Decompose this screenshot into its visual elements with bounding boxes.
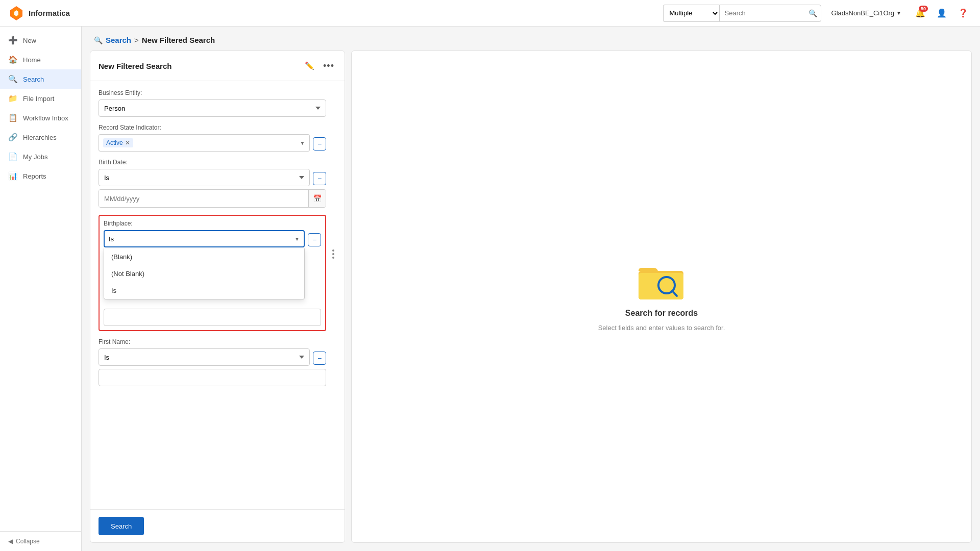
sidebar-item-search[interactable]: 🔍 Search [0, 69, 81, 89]
filter-header: New Filtered Search ✏️ ••• [90, 51, 345, 81]
calendar-icon-btn[interactable]: 📅 [308, 190, 326, 207]
birthplace-operator-row: Is ▼ (Blank) (Not Blank) Is [104, 230, 321, 247]
org-selector[interactable]: GladsNonBE_Ci1Org ▼ [827, 7, 905, 19]
search-scope-select[interactable]: Multiple [663, 5, 719, 22]
sidebar-item-my-jobs[interactable]: 📄 My Jobs [0, 147, 81, 166]
edit-button[interactable]: ✏️ [302, 58, 317, 73]
sidebar-item-hierarchies[interactable]: 🔗 Hierarchies [0, 128, 81, 147]
breadcrumb-search-icon: 🔍 [94, 36, 103, 44]
main-layout: ➕ New 🏠 Home 🔍 Search 📁 File Import 📋 Wo… [0, 27, 980, 551]
sidebar-item-label-home: Home [23, 56, 41, 64]
reports-icon: 📊 [8, 171, 18, 181]
user-profile-button[interactable]: 👤 [933, 5, 950, 22]
logo-icon [8, 5, 24, 21]
record-state-select-wrapper: Active ✕ ▼ [99, 134, 310, 152]
birth-date-remove-btn[interactable]: − [313, 172, 326, 185]
results-empty-title: Search for records [625, 309, 698, 318]
search-button[interactable]: Search [99, 517, 144, 535]
row-actions-column [330, 89, 336, 501]
first-name-label: First Name: [99, 338, 326, 345]
record-state-remove-btn[interactable]: − [313, 137, 326, 151]
first-name-remove-btn[interactable]: − [313, 352, 326, 365]
breadcrumb-link[interactable]: Search [106, 36, 131, 44]
birth-date-label: Birth Date: [99, 159, 326, 166]
first-name-input[interactable] [99, 369, 326, 386]
topnav-icons: 🔔 50 👤 ❓ [912, 5, 972, 22]
filter-header-actions: ✏️ ••• [302, 58, 336, 73]
new-icon: ➕ [8, 36, 18, 45]
birth-date-value-row: 📅 [99, 189, 326, 208]
file-import-icon: 📁 [8, 94, 18, 103]
first-name-field-group: First Name: Is − [99, 338, 326, 386]
birthplace-operator-value: Is [109, 235, 295, 243]
record-state-row: Active ✕ ▼ − [99, 134, 326, 152]
sidebar-collapse[interactable]: ◀ Collapse [0, 531, 81, 551]
topnav-search-icon: 🔍 [808, 9, 817, 17]
panels: New Filtered Search ✏️ ••• [82, 51, 980, 551]
birthplace-label: Birthplace: [104, 220, 321, 227]
filter-body: Business Entity: Person Record State Ind… [90, 81, 345, 509]
topnav-search-input[interactable] [719, 5, 821, 22]
dot-1 [332, 249, 334, 252]
birth-date-operator-select[interactable]: Is [99, 169, 310, 186]
sidebar-item-file-import[interactable]: 📁 File Import [0, 89, 81, 108]
first-name-operator-select[interactable]: Is [99, 348, 310, 366]
user-icon: 👤 [937, 8, 947, 18]
notifications-button[interactable]: 🔔 50 [912, 5, 929, 22]
record-state-field-group: Record State Indicator: Active ✕ [99, 124, 326, 152]
chevron-left-icon: ◀ [8, 538, 13, 545]
topnav-search-group: Multiple 🔍 [663, 5, 821, 22]
minus-icon-2: − [317, 174, 322, 183]
sidebar-item-reports[interactable]: 📊 Reports [0, 166, 81, 186]
dropdown-item-not-blank[interactable]: (Not Blank) [104, 265, 304, 282]
business-entity-label: Business Entity: [99, 89, 326, 96]
birth-date-operator-row: Is − [99, 169, 326, 186]
business-entity-select[interactable]: Person [99, 99, 326, 117]
search-icon: 🔍 [8, 74, 18, 84]
sidebar-item-new[interactable]: ➕ New [0, 31, 81, 50]
first-name-operator-row: Is − [99, 348, 326, 366]
birthplace-input[interactable] [104, 309, 321, 326]
sidebar-item-label-new: New [23, 37, 36, 44]
filter-footer: Search [90, 509, 345, 542]
birthplace-operator-display[interactable]: Is ▼ [104, 230, 305, 247]
content-area: 🔍 Search > New Filtered Search New Filte… [82, 27, 980, 551]
minus-icon-3: − [312, 236, 316, 244]
sidebar: ➕ New 🏠 Home 🔍 Search 📁 File Import 📋 Wo… [0, 27, 82, 551]
minus-icon: − [317, 140, 322, 148]
sidebar-item-home[interactable]: 🏠 Home [0, 50, 81, 69]
dropdown-item-is[interactable]: Is [104, 282, 304, 299]
collapse-label: Collapse [16, 538, 40, 545]
vertical-dots-menu[interactable] [330, 247, 336, 261]
help-icon: ❓ [958, 8, 968, 18]
logo-text: Informatica [29, 9, 70, 17]
active-tag-remove[interactable]: ✕ [125, 139, 130, 146]
more-icon: ••• [323, 61, 334, 71]
more-options-button[interactable]: ••• [321, 58, 336, 73]
sidebar-item-label-file-import: File Import [23, 95, 54, 103]
birth-date-input-wrapper: 📅 [99, 189, 326, 208]
birthplace-select-wrapper: Is ▼ (Blank) (Not Blank) Is [104, 230, 305, 247]
help-button[interactable]: ❓ [954, 5, 972, 22]
home-icon: 🏠 [8, 55, 18, 64]
birthplace-remove-btn[interactable]: − [308, 233, 321, 246]
org-chevron-icon: ▼ [896, 10, 901, 16]
breadcrumb-current: New Filtered Search [142, 36, 215, 44]
empty-folder-icon [639, 262, 684, 303]
logo: Informatica [8, 5, 70, 21]
business-entity-row: Person [99, 99, 326, 117]
breadcrumb-separator: > [134, 36, 139, 44]
dot-2 [332, 253, 334, 255]
dot-3 [332, 257, 334, 259]
record-state-chevron[interactable]: ▼ [296, 134, 310, 152]
active-tag-label: Active [106, 139, 123, 146]
hierarchies-icon: 🔗 [8, 133, 18, 142]
edit-icon: ✏️ [305, 61, 314, 70]
filter-panel: New Filtered Search ✏️ ••• [90, 51, 345, 543]
birth-date-input[interactable] [99, 190, 308, 207]
dropdown-item-blank[interactable]: (Blank) [104, 248, 304, 265]
sidebar-item-workflow-inbox[interactable]: 📋 Workflow Inbox [0, 108, 81, 128]
minus-icon-4: − [317, 354, 322, 362]
record-state-multi-select[interactable]: Active ✕ [99, 134, 296, 152]
birth-date-field-group: Birth Date: Is − [99, 159, 326, 208]
